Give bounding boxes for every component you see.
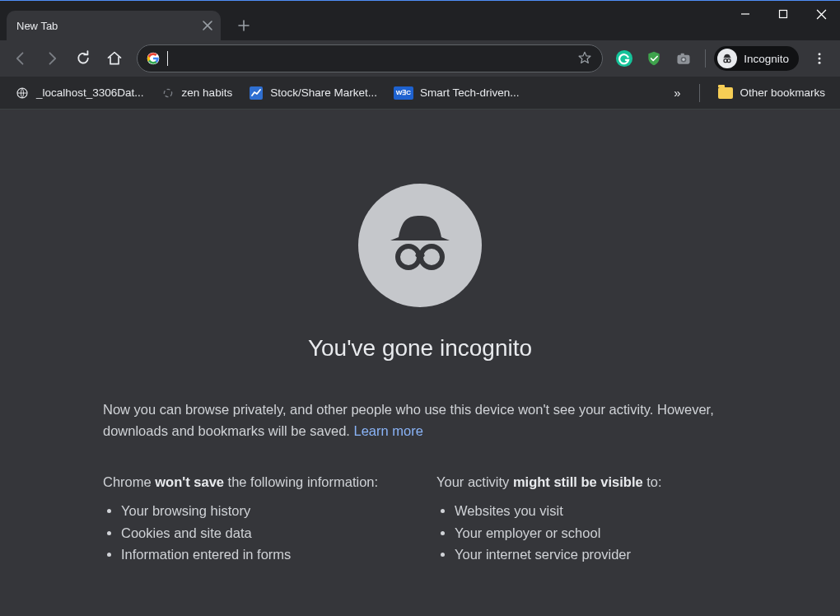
chart-icon [249, 86, 264, 100]
svg-rect-4 [681, 54, 684, 56]
bookmark-item[interactable]: _localhost_3306Dat... [8, 81, 151, 105]
list-item: Your browsing history [121, 500, 404, 521]
svg-point-16 [421, 246, 442, 268]
incognito-hero: You've gone incognito Now you can browse… [103, 184, 737, 565]
close-tab-icon[interactable] [201, 19, 214, 32]
spinner-icon [161, 86, 175, 100]
svg-point-13 [164, 89, 171, 96]
info-columns: Chrome won't save the following informat… [103, 474, 737, 565]
svg-point-6 [683, 58, 685, 61]
wont-save-column: Chrome won't save the following informat… [103, 474, 404, 565]
incognito-hero-icon [358, 184, 482, 307]
home-button[interactable] [100, 44, 128, 72]
folder-icon [718, 87, 733, 99]
svg-point-10 [819, 58, 821, 60]
address-bar[interactable] [137, 44, 603, 72]
bookmark-star-icon[interactable] [577, 50, 594, 67]
reload-button[interactable] [69, 44, 97, 72]
list-item: Your internet service provider [455, 544, 737, 565]
bookmark-label: _localhost_3306Dat... [36, 86, 144, 99]
incognito-hat-icon [717, 49, 737, 68]
svg-point-15 [398, 246, 419, 268]
bookmarks-divider [699, 84, 700, 102]
new-tab-button[interactable] [232, 14, 255, 37]
toolbar: Incognito [0, 40, 840, 77]
close-window-button[interactable] [802, 1, 840, 27]
bookmark-item[interactable]: zen habits [154, 81, 240, 105]
wec-icon: W∃C [394, 86, 413, 100]
browser-window: New Tab [0, 0, 840, 616]
forward-button[interactable] [38, 44, 66, 72]
other-bookmarks-folder[interactable]: Other bookmarks [712, 86, 832, 99]
list-item: Your employer or school [455, 522, 737, 544]
learn-more-link[interactable]: Learn more [354, 423, 423, 438]
omnibox-input[interactable] [176, 45, 572, 72]
list-item: Websites you visit [455, 500, 737, 521]
tab-strip: New Tab [0, 1, 840, 40]
browser-tab[interactable]: New Tab [7, 11, 221, 40]
visible-to-heading: Your activity might still be visible to: [436, 474, 737, 490]
back-button[interactable] [7, 44, 35, 72]
globe-icon [15, 86, 30, 100]
camera-icon[interactable] [673, 48, 694, 69]
bookmark-item[interactable]: W∃C Smart Tech-driven... [387, 81, 526, 105]
minimize-button[interactable] [726, 1, 764, 27]
grammarly-icon[interactable] [614, 48, 635, 69]
text-cursor [167, 51, 168, 66]
list-item: Cookies and site data [121, 522, 404, 544]
incognito-label: Incognito [744, 53, 789, 65]
page-heading: You've gone incognito [308, 335, 532, 362]
bookmarks-bar: _localhost_3306Dat... zen habits Stock/S… [0, 77, 840, 110]
menu-button[interactable] [805, 44, 833, 72]
bookmark-item[interactable]: Stock/Share Market... [242, 81, 384, 105]
intro-paragraph: Now you can browse privately, and other … [103, 399, 737, 441]
list-item: Information entered in forms [121, 544, 404, 565]
bookmark-label: Stock/Share Market... [270, 86, 377, 99]
bookmarks-overflow-button[interactable]: » [666, 86, 688, 100]
maximize-button[interactable] [764, 1, 802, 27]
bookmark-label: Smart Tech-driven... [420, 86, 520, 99]
wont-save-heading: Chrome won't save the following informat… [103, 474, 404, 490]
window-controls [726, 1, 840, 34]
visible-to-column: Your activity might still be visible to:… [436, 474, 737, 565]
svg-point-11 [819, 62, 821, 64]
incognito-indicator[interactable]: Incognito [714, 46, 799, 71]
visible-to-list: Websites you visit Your employer or scho… [436, 500, 737, 565]
shield-icon[interactable] [643, 48, 665, 69]
wont-save-list: Your browsing history Cookies and site d… [103, 500, 404, 565]
toolbar-divider [705, 49, 706, 68]
svg-point-9 [819, 53, 821, 55]
other-bookmarks-label: Other bookmarks [740, 86, 825, 99]
google-icon [146, 51, 161, 66]
page-content: You've gone incognito Now you can browse… [0, 110, 840, 616]
svg-rect-0 [780, 11, 787, 18]
bookmark-label: zen habits [182, 86, 233, 99]
tab-title: New Tab [16, 20, 58, 32]
